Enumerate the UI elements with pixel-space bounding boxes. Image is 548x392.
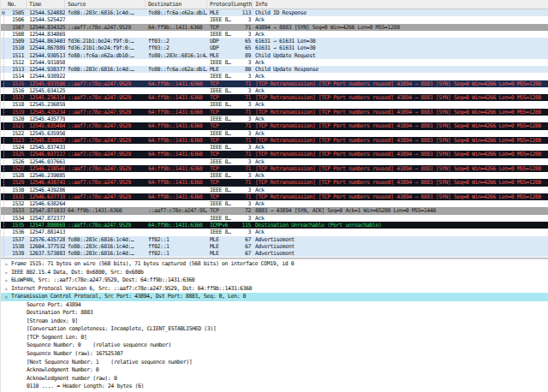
column-header-time[interactable]: Time [27,0,65,9]
packet-row[interactable]: 153212546.638264IEEE 8…3Ack [1,200,548,207]
packet-row[interactable]: 151512545.033500::aaf7:c78e:a247:952964:… [1,80,548,87]
packet-row[interactable]: 151712545.236314::aaf7:c78e:a247:952964:… [1,94,548,101]
detail-field[interactable]: Sequence Number: 0 (relative sequence nu… [1,342,548,350]
packet-row[interactable]: 152212545.635950IEEE 8…3Ack [1,130,548,137]
detail-field[interactable]: Acknowledgment Number: 0 [1,366,548,375]
packet-row[interactable]: 152812546.239085IEEE 8…3Ack [1,172,548,179]
packet-cell-time: 12546.438741 [27,179,65,186]
detail-text: [Conversation completeness: Incomplete, … [27,325,216,334]
column-header-dst[interactable]: Destination [146,0,207,9]
column-header-src[interactable]: Source [65,0,146,9]
packet-cell-len: 80 [234,66,253,73]
expand-icon[interactable]: > [3,276,9,285]
column-header-len[interactable]: Length [234,0,253,9]
detail-field[interactable]: Source Port: 43894 [1,301,548,310]
protocol-layer-row[interactable]: >IEEE 802.15.4 Data, Dst: 0x6800, Src: 0… [1,269,548,277]
detail-field[interactable]: 0110 .... = Header Length: 24 bytes (6) [1,383,548,391]
protocol-layer-row[interactable]: >6LoWPAN, Src: ::aaf7:c78e:a247:9529, De… [1,276,548,285]
packet-cell-dst: 64:ff9b::1431:6360 [146,179,207,186]
packet-row[interactable]: 150612544.525427IEEE 8…3Ack [1,16,548,23]
packet-cell-len: 113 [234,9,253,16]
packet-row[interactable]: 151612545.034125IEEE 8…3Ack [1,87,548,94]
detail-field[interactable]: Sequence Number (raw): 167525307 [1,350,548,359]
packet-row[interactable]: 153412547.872377IEEE 8…3Ack [1,215,548,222]
packet-cell-time: 12576.435728 [27,236,65,243]
packet-row[interactable]: 151112544.930513fe80::fc6a:e62a:db10:…fe… [1,52,548,59]
packet-row[interactable]: 153112546.637719::aaf7:c78e:a247:952964:… [1,193,548,200]
packet-row[interactable]: 150712544.834325::aaf7:c78e:a247:952964:… [1,24,548,31]
packet-row[interactable]: 153512547.880869::aaf7:c78e:a247:952964:… [1,222,548,229]
packet-cell-proto: TCP [207,137,234,144]
packet-row[interactable]: 151012544.867889fd36:21b1:be24:f9f:0:…ff… [1,45,548,51]
packet-row[interactable]: 152012545.435779IEEE 8…3Ack [1,116,548,122]
collapse-icon[interactable]: v [3,293,9,301]
packet-row[interactable]: 153912637.573083fe80::283c:6816:1c4d:…ff… [1,250,548,257]
protocol-layer-row[interactable]: vTransmission Control Protocol, Src Port… [1,293,548,301]
expand-icon[interactable]: > [3,260,9,269]
column-header-info[interactable]: Info [253,0,548,9]
packet-row[interactable]: 153012546.439286IEEE 8…3Ack [1,187,548,193]
packet-row[interactable]: 151212544.931058IEEE 8…3Ack [1,59,548,66]
packet-cell-no: 1518 [1,101,27,108]
detail-field[interactable]: [Next Sequence Number: 1 (relative seque… [1,359,548,367]
packet-cell-src: fe80::283c:6816:1c4d:… [65,236,146,243]
detail-field[interactable]: Acknowledgment number (raw): 0 [1,375,548,383]
packet-cell-info: Ack [253,229,548,235]
packet-row[interactable]: 152912546.438741::aaf7:c78e:a247:952964:… [1,179,548,186]
detail-field[interactable]: [Stream index: 9] [1,318,548,326]
packet-cell-len: 3 [234,215,253,222]
packet-list-pane: No.TimeSourceDestinationProtocolLengthIn… [1,0,548,258]
packet-cell-no: 1514 [1,73,27,80]
packet-cell-proto: IEEE 8… [207,187,234,193]
expand-icon[interactable]: > [3,285,9,294]
packet-row[interactable]: 152612546.037661IEEE 8…3Ack [1,158,548,165]
packet-cell-info: [TCP Retransmission] [TCP Port numbers r… [253,165,548,172]
packet-row[interactable]: 151912545.435234::aaf7:c78e:a247:952964:… [1,109,548,116]
packet-row[interactable]: 152412545.837433IEEE 8…3Ack [1,144,548,151]
packet-cell-no: 1511 [1,52,27,59]
packet-cell-dst [146,87,207,94]
packet-row[interactable]: 151812545.236859IEEE 8…3Ack [1,101,548,108]
packet-row[interactable]: 153712576.435728fe80::283c:6816:1c4d:…ff… [1,236,548,243]
packet-cell-info: [TCP Retransmission] [TCP Port numbers r… [253,109,548,116]
packet-cell-dst [146,59,207,66]
packet-row[interactable]: 152512546.037117::aaf7:c78e:a247:952964:… [1,151,548,157]
packet-row[interactable]: 152712546.238540::aaf7:c78e:a247:952964:… [1,165,548,172]
packet-row[interactable]: 153812604.377532fe80::283c:6816:1c4d:…ff… [1,243,548,250]
packet-row[interactable]: 151312544.938377fe80::283c:6816:1c4d:…fe… [1,66,548,73]
packet-cell-no: 1532 [1,200,27,207]
packet-row[interactable]: 150512544.524882fe80::283c:6816:1c4d:…fe… [1,9,548,16]
expand-icon[interactable]: > [3,269,9,277]
packet-cell-len: 71 [234,179,253,186]
packet-row[interactable]: 150912544.863403fd36:21b1:be24:f9f:0:…ff… [1,38,548,45]
protocol-layer-row[interactable]: >Frame 1515: 71 bytes on wire (568 bits)… [1,260,548,269]
packet-cell-dst: 64:ff9b::1431:6360 [146,109,207,116]
packet-row[interactable]: 152312545.836887::aaf7:c78e:a247:952964:… [1,137,548,144]
packet-cell-info: Child ID Response [253,9,548,16]
packet-cell-src: ::aaf7:c78e:a247:9529 [65,122,146,129]
detail-field[interactable]: Destination Port: 8883 [1,309,548,318]
packet-row[interactable]: 153312547.87183364:ff9b::1431:6360::aaf7… [1,207,548,214]
packet-row[interactable]: 153612547.881413IEEE 8…3Ack [1,229,548,235]
protocol-layer-row[interactable]: >Internet Protocol Version 6, Src: ::aaf… [1,285,548,294]
column-header-proto[interactable]: Protocol [207,0,234,9]
packet-cell-info: Ack [253,158,548,165]
packet-cell-len: 3 [234,144,253,151]
packet-cell-time: 12546.439286 [27,187,65,193]
detail-field[interactable]: [TCP Segment Len: 0] [1,334,548,342]
packet-cell-time: 12547.871833 [27,207,65,214]
packet-cell-info: Ack [253,172,548,179]
packet-cell-proto: TCP [207,151,234,157]
packet-cell-proto: MLE [207,66,234,73]
packet-row[interactable]: 152112545.635404::aaf7:c78e:a247:952964:… [1,122,548,129]
detail-field[interactable]: [Conversation completeness: Incomplete, … [1,325,548,334]
packet-row[interactable]: 150812544.834869IEEE 8…3Ack [1,31,548,38]
packet-cell-len: 3 [234,130,253,137]
packet-cell-info: Ack [253,73,548,80]
packet-cell-proto: IEEE 8… [207,16,234,23]
packet-cell-dst: ff02::1 [146,243,207,250]
packet-row[interactable]: 151412544.938922IEEE 8…3Ack [1,73,548,80]
column-header-no[interactable]: No. [1,0,27,9]
packet-cell-no: 1507 [1,24,27,31]
packet-cell-time: 12545.034125 [27,87,65,94]
